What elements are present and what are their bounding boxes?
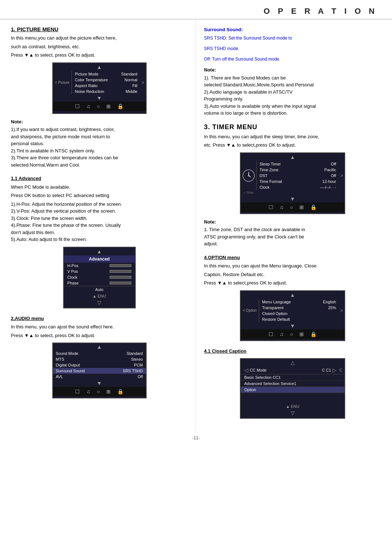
icon-lock2: 🔒: [117, 389, 123, 394]
cc-mode-label: CC Mode: [250, 368, 290, 372]
section-timer-menu: 3. TIMER MENU In this menu, you can adju…: [204, 123, 381, 247]
picture-note-1b: and sharpness, the picture mode must ret…: [11, 133, 188, 140]
picture-note-label: Note:: [11, 118, 188, 126]
timer-menu-title: 3. TIMER MENU: [204, 123, 381, 131]
icon-lock3: 🔒: [310, 204, 317, 210]
clock-slider: [110, 276, 131, 279]
picture-desc1: In this menu,you can adjust the picture …: [11, 34, 188, 42]
audio-row-4: Surround Sound SRS TSHD: [53, 368, 146, 374]
timer-note-label: Note:: [204, 218, 381, 226]
timer-note-1b: ATSC programming only, and the Clock can…: [204, 233, 381, 241]
icon-tv3: ☐: [269, 204, 273, 210]
option-row-4: Restore Default: [259, 316, 339, 322]
picture-menu-sidebar: < Picture Picture Mode Standard Color Te…: [53, 71, 146, 94]
cc-tv-menu: △ ◁ CC Mode C C1 ▷ C Basic Selection CC1…: [240, 358, 345, 419]
cc-nav: ▲ ENU: [241, 403, 344, 409]
vpos-slider: [110, 270, 131, 273]
timer-row-5: Clock ----/--/- · -: [257, 184, 339, 190]
cc-mode-value: C C1: [290, 368, 331, 372]
picture-row-4: Noise Reduction Middle: [72, 89, 140, 94]
picture-row2-label: Color Temperature: [75, 78, 108, 82]
hpos-slider: [110, 264, 131, 267]
advanced-note-3: 3).Clock: Fine tune the screen width.: [11, 215, 188, 222]
timer-format-label: Time Format: [260, 179, 282, 184]
audio-sound-mode-value: Standard: [127, 351, 143, 356]
picture-note-2: 2).Tint is avaliable in NTSC system only…: [11, 147, 188, 155]
timer-sleep-label: Sleep Timer: [260, 162, 281, 166]
cc-spacer2: [241, 399, 344, 403]
svg-point-3: [248, 175, 249, 176]
option-lang-value: English: [323, 300, 336, 304]
left-column: 1. PICTURE MENU In this menu,you can adj…: [0, 20, 196, 432]
right-note-1: 1). There are five Sound Modes can be: [204, 74, 381, 82]
option-row-2: Transparent 25%: [259, 305, 339, 311]
icon-timer4: ○: [290, 331, 293, 337]
cc-option-row: Option: [241, 387, 344, 393]
timer-sidebar: Sleep Timer Off Time Zone Pacific DST Of…: [241, 161, 344, 190]
surround-line3: Off: Turn off the Surround Sound mode.: [204, 56, 381, 63]
advanced-up-arrow: ▲: [64, 247, 135, 255]
advanced-nav: ▲ ENU: [64, 293, 135, 299]
option-right-arrow: >: [339, 299, 344, 322]
picture-side-label: < Picture: [53, 71, 72, 94]
surround-title: Surround Sound:: [204, 26, 381, 33]
audio-digital-value: PCM: [134, 363, 143, 367]
icon-timer3: ○: [290, 204, 293, 210]
section-option-menu: 4.OPTION menu In this menu, you can ajus…: [204, 254, 381, 341]
timer-dst-label: DST: [260, 173, 268, 178]
picture-row2-value: Normal: [124, 78, 137, 82]
advanced-hpos-label: H-Pos: [68, 263, 79, 268]
cc-spacer1: [241, 393, 344, 399]
picture-notes: 1).If you want to adjust contrast, brigh…: [11, 126, 188, 168]
audio-mts-value: Stereo: [131, 357, 143, 361]
picture-row-1: Picture Mode Standard: [72, 71, 140, 77]
icon-tv: ☐: [75, 103, 80, 109]
audio-avl-label: AVL: [56, 374, 63, 379]
picture-desc3: Press ▼▲ to select, press OK to adjust.: [11, 52, 188, 59]
audio-digital-label: Digital Output: [56, 363, 80, 367]
audio-desc2: Press ▼▲ to select, press OK to adjust.: [11, 332, 188, 339]
timer-note-1c: adjust.: [204, 240, 381, 247]
option-side-label: < Option: [241, 299, 259, 322]
advanced-note-4b: don't adjust this item.: [11, 229, 188, 236]
timer-format-value: 12-hour: [322, 179, 336, 184]
phase-slider: [110, 282, 131, 284]
option-row-1: Menu Language English: [259, 299, 339, 305]
option-up-arrow: ▲: [241, 291, 344, 299]
advanced-phase-row: Phase: [64, 280, 135, 286]
option-desc3: Press ▼▲ to select,press OK to adjust.: [204, 279, 381, 287]
picture-note-3: 3).There are three color temperature mod…: [11, 154, 188, 161]
icon-grid: ⊞: [106, 103, 111, 109]
timer-right-arrow: >: [339, 161, 344, 190]
audio-surround-value: SRS TSHD: [123, 369, 143, 373]
option-menu-title: 4.OPTION menu: [204, 254, 381, 261]
timer-tv-menu: ▲ Slee: [240, 152, 345, 214]
timer-notes: 1. Time zone, DST and the clock are avai…: [204, 226, 381, 247]
page-header: O P E R A T I O N: [0, 0, 392, 20]
audio-tv-menu: ▲ Sound Mode Standard MTS Stereo Digital…: [52, 343, 147, 398]
advanced-note-2: 2).V-Pos: Adjust the vertical position o…: [11, 208, 188, 215]
timer-row-4: Time Format 12-hour: [257, 179, 339, 184]
audio-menu-title: 2.AUDIO menu: [11, 315, 188, 322]
cc-extra: C: [339, 368, 342, 372]
timer-row-2: Time Zone Pacific: [257, 167, 339, 173]
audio-up-arrow: ▲: [53, 343, 146, 351]
picture-row3-label: Aspect Ratio: [75, 83, 97, 88]
icon-audio4: ♫: [280, 331, 284, 337]
audio-avl-value: Off: [138, 374, 143, 379]
audio-menu-ui: ▲ Sound Mode Standard MTS Stereo Digital…: [11, 343, 188, 398]
timer-row-1: Sleep Timer Off: [257, 161, 339, 167]
picture-row-2: Color Temperature Normal: [72, 77, 140, 83]
option-desc2: Caption, Restore Default etc.: [204, 271, 381, 278]
right-note-3: 3).Auto volume is available only when th…: [204, 103, 381, 110]
icon-audio: ♫: [86, 103, 90, 109]
timer-clock-value: ----/--/- · -: [320, 185, 336, 189]
advanced-notes: 1).H-Pos: Adjust the horizontal position…: [11, 201, 188, 243]
audio-menu-icons: ☐ ♫ ○ ⊞ 🔒: [53, 387, 146, 396]
right-note-1b: selected:Standard,Music,Movie,Sports and…: [204, 81, 381, 89]
audio-sound-mode-label: Sound Mode: [56, 351, 78, 356]
audio-row-1: Sound Mode Standard: [53, 351, 146, 356]
icon-tv4: ☐: [269, 331, 273, 337]
picture-row4-value: Middle: [126, 89, 137, 94]
audio-mts-label: MTS: [56, 357, 64, 361]
